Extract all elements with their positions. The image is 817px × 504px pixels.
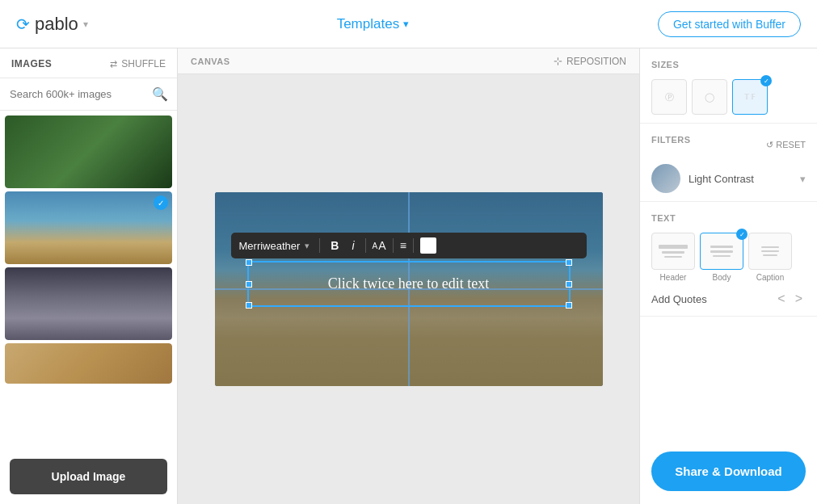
- selected-check-icon: ✓: [154, 195, 168, 210]
- templates-nav[interactable]: Templates ▾: [337, 16, 409, 32]
- text-edit-box[interactable]: Click twice here to edit text: [247, 261, 571, 307]
- shuffle-label: SHUFFLE: [121, 58, 166, 69]
- size-option-pinterest[interactable]: Ⓟ: [651, 79, 687, 115]
- search-icon[interactable]: 🔍: [152, 86, 168, 102]
- caption-line-2: [761, 250, 779, 252]
- templates-arrow-icon: ▾: [403, 18, 409, 30]
- facebook-icon: 𝔽: [751, 93, 756, 101]
- header-style-box[interactable]: [651, 233, 695, 270]
- color-picker-button[interactable]: [420, 237, 436, 254]
- quotes-next-button[interactable]: >: [792, 290, 806, 308]
- text-style-caption[interactable]: Caption: [748, 233, 792, 282]
- toolbar-divider-3: [393, 238, 394, 253]
- toolbar-divider: [319, 238, 320, 253]
- resize-handle-tr[interactable]: [566, 259, 572, 266]
- list-item[interactable]: [5, 343, 172, 384]
- font-size-control[interactable]: A A: [373, 239, 386, 252]
- canvas-background: Click twice here to edit text: [215, 192, 603, 386]
- shuffle-icon: ⇄: [110, 59, 117, 69]
- sizes-grid: Ⓟ ◯ ✓ 𝕋 𝔽: [651, 79, 806, 115]
- text-label: TEXT: [651, 213, 806, 223]
- canvas-edit-text[interactable]: Click twice here to edit text: [328, 275, 489, 292]
- filters-section: FILTERS ↺ RESET Light Contrast ▾: [640, 124, 817, 202]
- shuffle-button[interactable]: ⇄ SHUFFLE: [110, 58, 166, 69]
- body-style-label: Body: [713, 273, 731, 282]
- font-size-small-icon: A: [373, 242, 378, 250]
- resize-handle-br[interactable]: [566, 302, 572, 309]
- body-line-3: [713, 255, 731, 257]
- upload-image-button[interactable]: Upload Image: [10, 459, 167, 494]
- logo-text: pablo: [35, 14, 78, 35]
- list-item[interactable]: [5, 267, 172, 340]
- reposition-button[interactable]: ⊹ REPOSITION: [554, 55, 626, 67]
- size-option-twitter[interactable]: ✓ 𝕋 𝔽: [732, 79, 768, 115]
- filters-label: FILTERS: [651, 135, 691, 145]
- add-quotes-row: Add Quotes < >: [651, 290, 806, 308]
- filter-name-label: Light Contrast: [689, 173, 800, 185]
- text-format-toolbar: Merriweather ▾ B i A A ≡: [231, 233, 587, 258]
- twitter-size-icon: 𝕋 𝔽: [744, 93, 756, 101]
- canvas-toolbar: CANVAS ⊹ REPOSITION: [178, 48, 639, 74]
- size-selected-check-icon: ✓: [760, 75, 772, 86]
- image-grid: ✓: [0, 111, 177, 451]
- toolbar-divider-2: [365, 238, 366, 253]
- font-dropdown-icon[interactable]: ▾: [305, 241, 310, 251]
- header-line-small: [664, 256, 682, 258]
- text-section: TEXT Header ✓: [640, 202, 817, 317]
- quotes-navigation: < >: [774, 290, 806, 308]
- sidebar: IMAGES ⇄ SHUFFLE 🔍 ✓ Upload: [0, 48, 178, 504]
- logo-icon: ⟳: [16, 15, 30, 34]
- text-align-button[interactable]: ≡: [400, 239, 406, 252]
- caption-style-box[interactable]: [748, 233, 792, 270]
- canvas-container[interactable]: Merriweather ▾ B i A A ≡: [178, 74, 639, 504]
- body-line-1: [710, 246, 733, 248]
- header-style-label: Header: [660, 273, 687, 282]
- search-bar: 🔍: [0, 78, 177, 111]
- list-item[interactable]: [5, 116, 172, 188]
- bold-button[interactable]: B: [326, 237, 343, 254]
- italic-button[interactable]: i: [347, 237, 358, 254]
- share-section: Share & Download: [640, 439, 817, 504]
- instagram-icon: ◯: [705, 92, 714, 103]
- font-size-large-icon: A: [378, 239, 385, 252]
- caption-line-1: [761, 246, 779, 248]
- caption-line-3: [763, 254, 777, 256]
- header-line-medium: [662, 251, 684, 254]
- sizes-label: SIZES: [651, 60, 806, 69]
- resize-handle-bl[interactable]: [246, 302, 252, 309]
- resize-handle-tl[interactable]: [246, 259, 252, 266]
- body-line-2: [710, 250, 733, 253]
- logo-dropdown-icon[interactable]: ▾: [83, 19, 88, 30]
- font-name-label: Merriweather: [239, 240, 301, 252]
- size-option-instagram[interactable]: ◯: [692, 79, 727, 115]
- filters-header: FILTERS ↺ RESET: [651, 135, 806, 154]
- canvas-area: CANVAS ⊹ REPOSITION Merriweather ▾ B i A: [178, 48, 639, 504]
- body-style-box[interactable]: ✓: [700, 233, 743, 270]
- share-download-button[interactable]: Share & Download: [651, 452, 806, 491]
- reset-icon: ↺: [766, 140, 773, 150]
- search-input[interactable]: [10, 88, 145, 100]
- quotes-prev-button[interactable]: <: [774, 290, 788, 308]
- canvas-label: CANVAS: [191, 57, 230, 66]
- sidebar-header: IMAGES ⇄ SHUFFLE: [0, 48, 177, 78]
- templates-label: Templates: [337, 16, 399, 32]
- filter-dropdown-icon[interactable]: ▾: [800, 173, 806, 185]
- text-styles-grid: Header ✓ Body: [651, 233, 806, 282]
- filter-selector[interactable]: Light Contrast ▾: [651, 164, 806, 193]
- text-style-body[interactable]: ✓ Body: [700, 233, 743, 282]
- pinterest-icon: Ⓟ: [665, 91, 674, 103]
- get-started-button[interactable]: Get started with Buffer: [658, 11, 801, 37]
- filter-preview-thumb: [651, 164, 680, 193]
- list-item[interactable]: ✓: [5, 191, 172, 264]
- reset-filter-button[interactable]: ↺ RESET: [766, 140, 806, 150]
- right-panel: SIZES Ⓟ ◯ ✓ 𝕋 𝔽 FILTERS: [639, 48, 817, 504]
- filter-preview-image: [651, 164, 680, 193]
- canvas-image[interactable]: Merriweather ▾ B i A A ≡: [215, 192, 603, 386]
- toolbar-divider-4: [413, 238, 414, 253]
- resize-handle-ml[interactable]: [246, 281, 252, 288]
- twitter-icon: 𝕋: [744, 93, 749, 101]
- text-style-header[interactable]: Header: [651, 233, 695, 282]
- body-selected-check-icon: ✓: [736, 229, 748, 240]
- resize-handle-mr[interactable]: [566, 281, 572, 288]
- main-layout: IMAGES ⇄ SHUFFLE 🔍 ✓ Upload: [0, 48, 817, 504]
